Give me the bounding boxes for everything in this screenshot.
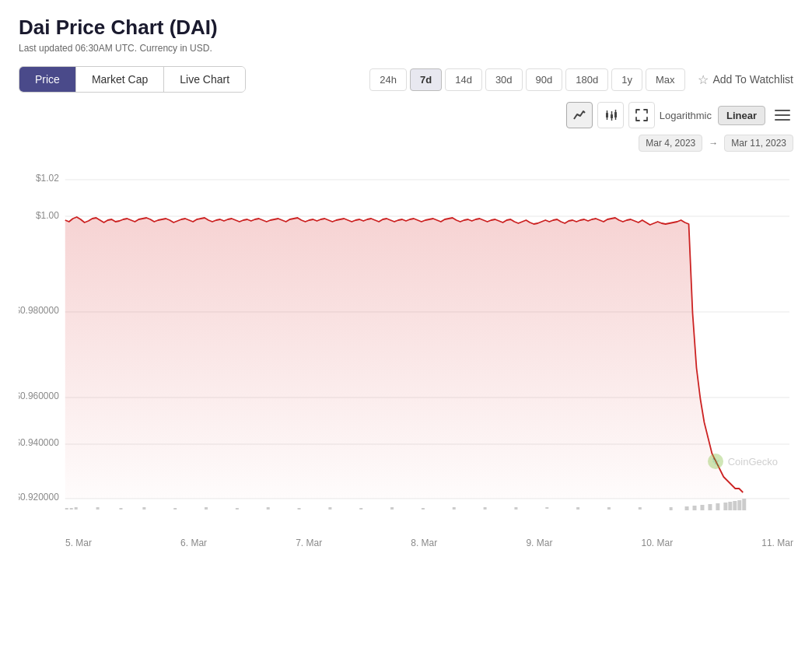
svg-rect-47 [716, 503, 719, 510]
vol-bar [65, 508, 68, 510]
svg-text:$0.980000: $0.980000 [19, 305, 59, 316]
line-chart-icon-btn[interactable] [566, 102, 593, 128]
svg-rect-29 [267, 507, 270, 510]
svg-rect-37 [514, 507, 517, 510]
svg-rect-46 [708, 504, 712, 510]
svg-rect-39 [576, 507, 579, 510]
svg-rect-26 [173, 508, 177, 510]
svg-rect-32 [359, 508, 362, 510]
svg-rect-21 [70, 508, 73, 510]
svg-rect-36 [484, 507, 487, 510]
tab-market-cap[interactable]: Market Cap [76, 67, 164, 92]
svg-rect-0 [606, 113, 608, 117]
svg-text:$1.02: $1.02 [36, 173, 59, 184]
svg-rect-42 [670, 507, 673, 510]
chart-area-fill [65, 217, 744, 499]
x-label-mar8: 8. Mar [411, 538, 437, 548]
svg-rect-6 [614, 112, 617, 117]
svg-rect-44 [693, 506, 697, 510]
svg-rect-52 [742, 499, 746, 510]
svg-rect-24 [119, 508, 122, 510]
watchlist-button[interactable]: ☆ Add To Watchlist [698, 72, 794, 87]
svg-rect-41 [639, 507, 642, 510]
svg-rect-51 [737, 500, 741, 510]
page-title: Dai Price Chart (DAI) [19, 16, 793, 40]
svg-rect-30 [298, 508, 301, 510]
last-updated: Last updated 06:30AM UTC. Currency in US… [19, 43, 793, 54]
menu-button[interactable] [772, 104, 793, 126]
candle-chart-icon [604, 108, 618, 122]
time-btn-7d[interactable]: 7d [410, 68, 442, 91]
x-label-mar9: 9. Mar [526, 538, 552, 548]
date-arrow: → [709, 138, 718, 149]
svg-rect-50 [733, 501, 737, 510]
scale-controls: Logarithmic Linear [660, 104, 793, 126]
star-icon: ☆ [698, 72, 709, 87]
svg-rect-3 [611, 114, 613, 118]
coingecko-label: CoinGecko [728, 456, 778, 468]
chart-area: $1.02 $1.00 $0.980000 $0.960000 $0.94000… [19, 158, 793, 531]
time-period-group: 24h 7d 14d 30d 90d 180d 1y Max [369, 68, 684, 91]
date-range-row: Mar 4, 2023 → Mar 11, 2023 [19, 135, 793, 152]
candle-chart-icon-btn[interactable] [597, 102, 624, 128]
svg-rect-35 [453, 507, 456, 510]
time-btn-1y[interactable]: 1y [611, 68, 642, 91]
svg-text:$0.940000: $0.940000 [19, 437, 59, 448]
menu-line-2 [775, 114, 790, 116]
fullscreen-icon [635, 108, 649, 122]
svg-text:$1.00: $1.00 [36, 210, 59, 221]
svg-rect-49 [728, 502, 732, 510]
tab-live-chart[interactable]: Live Chart [164, 67, 245, 92]
time-btn-30d[interactable]: 30d [485, 68, 523, 91]
menu-line-3 [775, 119, 790, 121]
svg-rect-31 [328, 507, 331, 510]
svg-rect-38 [545, 507, 548, 509]
date-end: Mar 11, 2023 [724, 135, 793, 152]
watchlist-label: Add To Watchlist [713, 73, 794, 86]
coingecko-watermark: 🦎 CoinGecko [708, 454, 778, 469]
x-label-mar7: 7. Mar [296, 538, 322, 548]
svg-rect-23 [96, 507, 100, 510]
menu-line-1 [775, 110, 790, 111]
logarithmic-label: Logarithmic [660, 110, 712, 121]
svg-rect-45 [700, 505, 704, 510]
line-chart-icon [572, 108, 586, 122]
tab-price[interactable]: Price [19, 67, 76, 92]
chart-controls: Logarithmic Linear [19, 102, 793, 128]
svg-rect-48 [723, 503, 727, 510]
x-axis: 5. Mar 6. Mar 7. Mar 8. Mar 9. Mar 10. M… [19, 531, 793, 548]
main-tab-group: Price Market Cap Live Chart [19, 66, 246, 93]
svg-rect-34 [422, 508, 425, 510]
time-btn-max[interactable]: Max [646, 68, 685, 91]
time-btn-24h[interactable]: 24h [369, 68, 407, 91]
svg-rect-25 [142, 507, 145, 510]
x-label-mar11: 11. Mar [761, 538, 793, 548]
x-label-mar5: 5. Mar [65, 538, 92, 548]
svg-rect-33 [390, 507, 394, 510]
svg-rect-22 [75, 507, 78, 510]
fullscreen-icon-btn[interactable] [628, 102, 655, 128]
x-label-mar10: 10. Mar [641, 538, 673, 548]
svg-rect-27 [205, 507, 208, 510]
coingecko-logo: 🦎 [708, 454, 723, 469]
date-start: Mar 4, 2023 [639, 135, 702, 152]
time-btn-90d[interactable]: 90d [526, 68, 563, 91]
svg-rect-40 [607, 507, 611, 510]
top-bar: Price Market Cap Live Chart 24h 7d 14d 3… [19, 66, 793, 93]
time-btn-14d[interactable]: 14d [445, 68, 482, 91]
svg-rect-28 [236, 508, 239, 510]
x-label-mar6: 6. Mar [180, 538, 207, 548]
linear-btn[interactable]: Linear [718, 106, 765, 125]
svg-rect-43 [685, 506, 689, 510]
svg-text:$0.920000: $0.920000 [19, 492, 59, 503]
time-btn-180d[interactable]: 180d [565, 68, 608, 91]
price-chart-svg: $1.02 $1.00 $0.980000 $0.960000 $0.94000… [19, 158, 793, 531]
svg-text:$0.960000: $0.960000 [19, 391, 59, 401]
